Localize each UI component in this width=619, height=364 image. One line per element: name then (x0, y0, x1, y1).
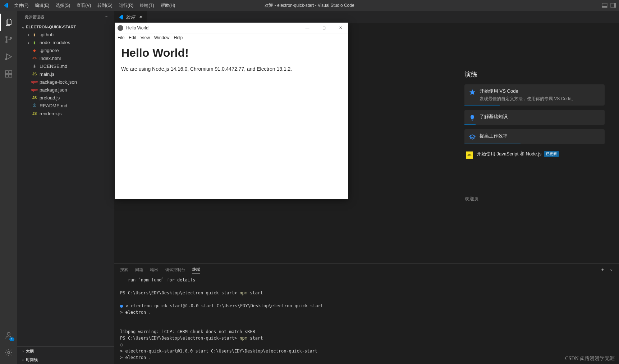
toggle-panel-icon[interactable] (602, 3, 607, 8)
file-icon: JS (32, 111, 37, 116)
panel-tab-output[interactable]: 输出 (150, 266, 158, 274)
tree-folder[interactable]: ›▮.github (17, 31, 114, 38)
walk-card-js[interactable]: JS 开始使用 JavaScript 和 Node.js 已更新 (464, 149, 605, 161)
svg-point-6 (10, 37, 12, 39)
sidebar-more-icon[interactable]: ⋯ (105, 15, 109, 19)
menu-terminal[interactable]: 终端(T) (137, 1, 157, 10)
activity-run-debug[interactable] (0, 48, 17, 65)
panel-tab-debug[interactable]: 调试控制台 (165, 266, 185, 274)
editor-tabs: 欢迎 ✕ (114, 11, 619, 23)
maximize-button[interactable]: ◻ (319, 25, 329, 30)
menu-edit[interactable]: 编辑(E) (32, 1, 52, 10)
tree-file[interactable]: JSrenderer.js (17, 109, 114, 117)
outline-section[interactable]: › 大纲 (17, 347, 114, 355)
watermark: CSDN @路漫漫学无涯 (565, 355, 615, 362)
walk-card-basics[interactable]: 了解基础知识 (464, 110, 605, 125)
terminal-line: PS C:\Users\EDY\Desktop\electron-quick-s… (120, 335, 613, 341)
toggle-sidebar-icon[interactable] (610, 3, 616, 8)
app-menubar: File Edit View Window Help (115, 33, 348, 42)
project-root[interactable]: ⌄ ELECTRON-QUICK-START (17, 23, 114, 31)
walk-progress (464, 105, 500, 106)
panel-tab-terminal[interactable]: 终端 (192, 265, 200, 274)
terminal-line: > electron . (120, 354, 613, 361)
walkthrough-title: 演练 (464, 70, 605, 79)
files-icon (5, 18, 13, 27)
welcome-page-hint: 欢迎页 (465, 196, 479, 202)
extensions-icon (4, 70, 13, 78)
tree-file[interactable]: npmpackage-lock.json (17, 78, 114, 86)
file-name: LICENSE.md (40, 64, 67, 69)
timeline-section[interactable]: › 时间线 (17, 355, 114, 364)
activity-accounts[interactable]: 1 (0, 327, 17, 344)
menu-go[interactable]: 转到(G) (95, 1, 115, 10)
activity-extensions[interactable] (0, 65, 17, 83)
activity-settings[interactable] (0, 344, 17, 361)
tree-file[interactable]: JSmain.js (17, 70, 114, 78)
menu-selection[interactable]: 选择(S) (53, 1, 73, 10)
walk-progress (464, 124, 476, 125)
accounts-badge: 1 (9, 337, 14, 341)
js-icon: JS (466, 151, 473, 159)
panel-tab-problems[interactable]: 问题 (135, 266, 143, 274)
play-icon (4, 52, 13, 61)
tree-file[interactable]: npmpackage.json (17, 86, 114, 94)
project-name: ELECTRON-QUICK-START (26, 25, 76, 29)
minimize-button[interactable]: — (302, 25, 312, 30)
close-button[interactable]: ✕ (335, 25, 345, 30)
branch-icon (4, 35, 13, 44)
terminal-line (120, 316, 613, 322)
terminal-dropdown-icon[interactable]: ⌄ (609, 266, 613, 273)
file-icon: npm (32, 87, 37, 93)
activity-source-control[interactable] (0, 31, 17, 48)
app-menu-view[interactable]: View (141, 35, 150, 40)
app-menu-file[interactable]: File (118, 35, 124, 40)
file-name: preload.js (40, 95, 60, 101)
activity-explorer[interactable] (0, 14, 17, 31)
walk-progress (464, 144, 521, 144)
vscode-small-icon (118, 14, 124, 20)
vscode-logo-icon (3, 3, 9, 8)
terminal-line (120, 361, 613, 364)
app-menu-window[interactable]: Window (154, 35, 170, 40)
app-body: Hello World! We are using Node.js 14.16.… (115, 42, 348, 76)
file-icon: JS (32, 71, 37, 77)
panel-tab-search[interactable]: 搜索 (120, 266, 128, 274)
menu-file[interactable]: 文件(F) (12, 1, 31, 10)
tree-file[interactable]: ◆.gitignore (17, 46, 114, 54)
svg-rect-10 (5, 74, 8, 77)
file-name: .gitignore (40, 48, 59, 53)
svg-rect-8 (5, 71, 8, 74)
tab-welcome[interactable]: 欢迎 ✕ (114, 11, 147, 23)
walkthrough-panel: 演练 开始使用 VS Code 发现最佳的自定义方法，使用你的专属 VS Cod… (464, 70, 605, 165)
terminal-line: PS C:\Users\EDY\Desktop\electron-quick-s… (120, 290, 613, 296)
menu-view[interactable]: 查看(V) (74, 1, 94, 10)
app-menu-help[interactable]: Help (174, 35, 183, 40)
close-icon[interactable]: ✕ (137, 14, 143, 20)
timeline-label: 时间线 (26, 357, 38, 363)
file-icon: § (32, 63, 37, 69)
svg-point-7 (5, 59, 7, 60)
app-titlebar: Hello World! — ◻ ✕ (115, 23, 348, 33)
app-menu-edit[interactable]: Edit (129, 35, 136, 40)
main-menu: 文件(F) 编辑(E) 选择(S) 查看(V) 转到(G) 运行(R) 终端(T… (12, 1, 178, 10)
walk-desc: 发现最佳的自定义方法，使用你的专属 VS Code。 (480, 96, 600, 102)
tree-file[interactable]: JSpreload.js (17, 94, 114, 102)
walk-card-getstarted[interactable]: 开始使用 VS Code 发现最佳的自定义方法，使用你的专属 VS Code。 (464, 84, 605, 106)
terminal-output[interactable]: run `npm fund` for details PS C:\Users\E… (114, 275, 619, 364)
walk-card-productivity[interactable]: 提高工作效率 (464, 129, 605, 144)
tree-folder[interactable]: ›▮node_modules (17, 38, 114, 46)
menu-help[interactable]: 帮助(H) (158, 1, 178, 10)
tree-file[interactable]: ⓘREADME.md (17, 102, 114, 109)
file-name: README.md (40, 103, 67, 108)
titlebar: 文件(F) 编辑(E) 选择(S) 查看(V) 转到(G) 运行(R) 终端(T… (0, 0, 619, 11)
app-heading: Hello World! (121, 46, 342, 60)
chevron-down-icon: ⌄ (20, 24, 26, 30)
tab-label: 欢迎 (126, 14, 135, 20)
new-terminal-icon[interactable]: ＋ (600, 266, 605, 273)
chevron-right-icon: › (20, 348, 26, 354)
chevron-right-icon: › (26, 32, 32, 37)
file-icon: ◆ (32, 47, 37, 53)
tree-file[interactable]: <>index.html (17, 54, 114, 62)
menu-run[interactable]: 运行(R) (116, 1, 137, 10)
tree-file[interactable]: §LICENSE.md (17, 62, 114, 70)
